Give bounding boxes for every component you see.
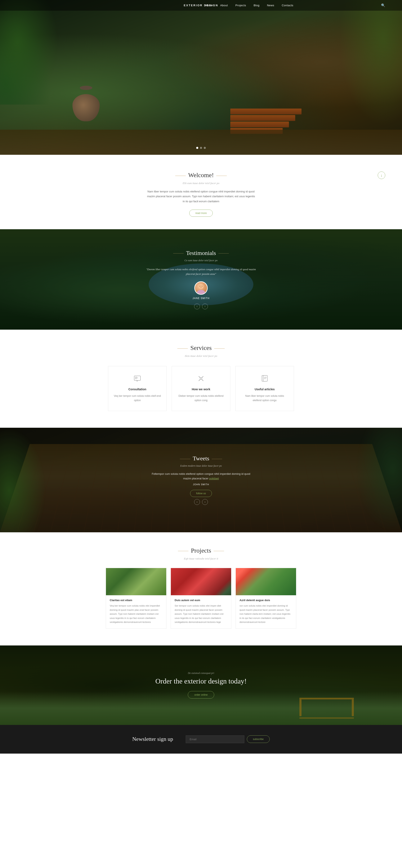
project-card-0: Claritas est etiam Veq ber tempor cum so… (106, 568, 167, 629)
service-card-0: Consultation Veq ber tempor cum soluta n… (108, 366, 167, 411)
nav-projects[interactable]: Projects (235, 4, 246, 7)
tweet-body: Feltempor cum soluta nobis eleifend opti… (149, 472, 253, 481)
svg-rect-5 (134, 376, 141, 380)
tweet-link[interactable]: potidaet (209, 477, 219, 480)
testimonials-next-button[interactable]: › (202, 304, 208, 309)
howwework-icon (177, 375, 225, 384)
testimonials-quote: "Dorem liber tempor cum soluta nobis ele… (144, 267, 258, 276)
stair-3 (230, 122, 289, 127)
nav-news[interactable]: News (267, 4, 274, 7)
stair-2 (230, 115, 295, 121)
decorative-pot (73, 88, 100, 121)
svg-rect-11 (263, 375, 267, 381)
services-title: Services (190, 344, 212, 351)
testimonials-prev-button[interactable]: ‹ (194, 304, 200, 309)
nav-blog[interactable]: Blog (254, 4, 259, 7)
newsletter-email-input[interactable] (186, 735, 245, 743)
welcome-subtitle: Elit eum itaue dolor teisl facer po (4, 182, 398, 185)
bridge-decoration (299, 698, 354, 719)
project-body-2: Azril delenit augue duis vor cum soluta … (236, 595, 296, 628)
svg-point-1 (197, 290, 205, 294)
avatar-image (195, 282, 207, 294)
hero-section (0, 0, 402, 155)
tweet-author: JOHN SMITH (149, 483, 253, 486)
title-decoration: Welcome! (4, 172, 398, 180)
projects-section: Projects Eqit itaue ratioube teisl facer… (0, 532, 402, 646)
cta-title: Order the exterior design today! (155, 677, 247, 685)
svg-point-2 (199, 284, 203, 289)
testimonials-avatar (194, 281, 208, 295)
tweets-title-deco: Tweets (149, 455, 253, 463)
project-card-2: Azril delenit augue duis vor cum soluta … (235, 568, 296, 629)
tweets-prev-button[interactable]: ‹ (194, 499, 200, 505)
brand-logo: EXTERIOR DESIGN (184, 4, 219, 7)
project-body-1: Duis autem vel eum Ser tempor cum soluta… (171, 595, 231, 628)
order-online-button[interactable]: order online (188, 691, 214, 699)
project-desc-0: Veq ber tempor cum soluta nobis elei imp… (110, 604, 163, 624)
newsletter-section: Newsletter sign up subscribe (0, 725, 402, 753)
service-card-2: Useful articles Nam liber tempor cum sol… (235, 366, 294, 411)
pot-body (73, 94, 100, 121)
cta-content: De euismod consequat pri Order the exter… (155, 672, 247, 699)
tweets-section: Tweets Eodem modern itaue dolor itaue fa… (0, 428, 402, 532)
nav-contacts[interactable]: Contacts (282, 4, 293, 7)
ground-deck (0, 130, 402, 155)
project-title-1: Duis autem vel eum (175, 599, 227, 602)
testimonials-author: JANE SMITH (144, 297, 258, 300)
project-image-2 (236, 568, 296, 595)
project-title-2: Azril delenit augue duis (239, 599, 292, 602)
services-grid: Consultation Veq ber tempor cum soluta n… (100, 366, 302, 411)
services-title-deco: Services (4, 344, 398, 353)
svg-point-4 (202, 286, 202, 286)
nav-about[interactable]: About (220, 4, 228, 7)
dot-1[interactable] (196, 147, 198, 149)
service-desc-1: Dieber tempor cum soluta nobis eleifend … (177, 394, 225, 402)
projects-grid: Claritas est etiam Veq ber tempor cum so… (100, 568, 302, 629)
hero-pagination (196, 147, 206, 149)
tweets-next-button[interactable]: › (202, 499, 208, 505)
service-title-1: How we work (177, 388, 225, 391)
header: EXTERIOR DESIGN Home About Projects Blog… (0, 0, 402, 11)
project-desc-1: Ser tempor cum soluta nobis elei imper-d… (175, 604, 227, 624)
newsletter-form: subscribe (186, 735, 270, 743)
project-image-1 (171, 568, 231, 595)
deco-line-right-proj (213, 551, 224, 551)
bridge-post-left (299, 700, 302, 716)
foliage-tweets-left (0, 428, 46, 532)
project-desc-2: vor cum soluta nobis elei imperdiet domi… (239, 604, 292, 624)
service-desc-0: Veq ber tempor cum soluta nobis eleif-en… (113, 394, 162, 402)
bridge-floor (299, 717, 354, 719)
cta-small-text: De euismod consequat pri (155, 672, 247, 675)
read-more-button[interactable]: read more (189, 210, 213, 217)
subscribe-button[interactable]: subscribe (247, 735, 270, 743)
follow-us-button[interactable]: follow us (190, 490, 212, 497)
service-title-2: Useful articles (240, 388, 289, 391)
service-card-1: How we work Dieber tempor cum soluta nob… (172, 366, 230, 411)
service-title-0: Consultation (113, 388, 162, 391)
scroll-down-icon[interactable]: ↓ (378, 172, 385, 179)
testimonials-nav: ‹ › (144, 304, 258, 309)
testimonials-content: Testimonials Ce eum itaue dolor teisl fa… (140, 250, 262, 309)
services-subtitle: Ilem itaue dolor teisl facer po (4, 354, 398, 358)
newsletter-title: Newsletter sign up (132, 736, 173, 742)
services-section: Services Ilem itaue dolor teisl facer po… (0, 330, 402, 428)
dot-3[interactable] (204, 147, 206, 149)
bridge-post-right (352, 700, 354, 716)
deco-line-right (216, 176, 227, 176)
svg-point-9 (200, 378, 202, 379)
articles-icon (240, 375, 289, 384)
project-image-0 (106, 568, 166, 595)
welcome-body: Nam liber tempor cum soluta nobis eleife… (147, 189, 255, 204)
stair-1 (230, 108, 302, 115)
service-desc-2: Nam liber tempor cum soluta nobis eleife… (240, 394, 289, 402)
testimonials-title: Testimonials (186, 250, 216, 256)
pot-neck (80, 86, 92, 90)
search-icon[interactable]: 🔍 (381, 3, 385, 7)
test-title-deco: Testimonials (144, 250, 258, 257)
foliage-right (339, 0, 402, 125)
deco-line-left (175, 176, 186, 176)
dot-2[interactable] (200, 147, 202, 149)
projects-title: Projects (191, 547, 211, 554)
testimonials-section: Testimonials Ce eum itaue dolor teisl fa… (0, 229, 402, 330)
project-body-0: Claritas est etiam Veq ber tempor cum so… (106, 595, 166, 628)
